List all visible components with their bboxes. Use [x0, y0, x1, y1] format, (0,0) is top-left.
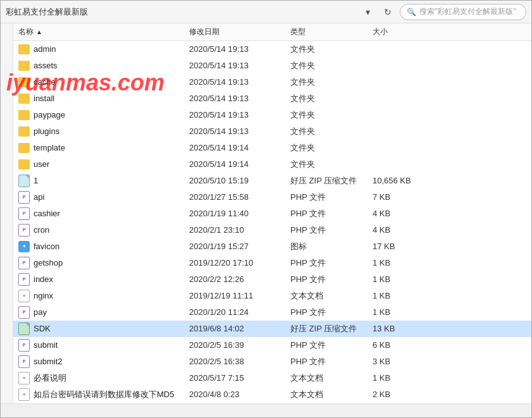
file-size: 4 KB — [373, 225, 436, 235]
file-name: install — [18, 94, 189, 104]
file-name: P cron — [18, 224, 189, 237]
col-size-header[interactable]: 大小 — [373, 27, 436, 37]
file-type: PHP 文件 — [290, 192, 373, 203]
table-row[interactable]: ≡ 必看说明 2020/5/17 7:15 文本文档 1 KB — [13, 370, 531, 386]
file-size: 3 KB — [373, 357, 436, 366]
table-row[interactable]: template 2020/5/14 19:14 文件夹 — [13, 140, 531, 156]
folder-icon — [18, 110, 30, 120]
file-date: 2020/1/19 11:40 — [189, 209, 290, 218]
table-row[interactable]: P api 2020/1/27 15:58 PHP 文件 7 KB — [13, 189, 531, 206]
table-row[interactable]: P pay 2020/1/20 11:24 PHP 文件 1 KB — [13, 304, 531, 321]
file-type: PHP 文件 — [290, 307, 373, 318]
file-type: 好压 ZIP 压缩文件 — [290, 323, 373, 335]
title-bar: 彩虹易支付全解最新版 ▾ ↻ 🔍 搜索"彩虹易支付全解最新版" — [1, 1, 531, 23]
file-date: 2020/5/14 19:13 — [189, 77, 290, 87]
window: 彩虹易支付全解最新版 ▾ ↻ 🔍 搜索"彩虹易支付全解最新版" 名称 ▲ 修改日… — [0, 0, 532, 418]
file-name: P api — [18, 191, 189, 204]
file-name: P pay — [18, 306, 189, 319]
file-name: P cashier — [18, 207, 189, 220]
file-name: ≡ 如后台密码错误请到数据库修改下MD5 — [18, 388, 189, 401]
file-size: 2 KB — [373, 390, 436, 399]
file-date: 2020/2/2 12:26 — [189, 274, 290, 284]
refresh-title-btn[interactable]: ↻ — [380, 4, 396, 20]
file-type: 文件夹 — [290, 109, 373, 121]
php-icon: P — [18, 191, 30, 204]
file-name: ≡ 必看说明 — [18, 372, 189, 384]
txt-icon: ≡ — [18, 290, 30, 302]
file-type: 文本文档 — [290, 290, 373, 302]
file-type: 文件夹 — [290, 126, 373, 137]
table-row[interactable]: P index 2020/2/2 12:26 PHP 文件 1 KB — [13, 271, 531, 288]
table-row[interactable]: SDK 2019/6/8 14:02 好压 ZIP 压缩文件 13 KB — [13, 321, 531, 337]
file-size: 6 KB — [373, 340, 436, 350]
file-type: 文本文档 — [290, 372, 373, 384]
dropdown-btn[interactable]: ▾ — [359, 4, 376, 20]
file-name: P submit — [18, 339, 189, 352]
sidebar — [1, 23, 13, 403]
table-row[interactable]: install 2020/5/14 19:13 文件夹 — [13, 90, 531, 107]
file-type: PHP 文件 — [290, 274, 373, 285]
file-date: 2020/1/20 11:24 — [189, 307, 290, 317]
file-date: 2019/12/20 17:10 — [189, 258, 290, 267]
file-size: 13 KB — [373, 324, 436, 333]
sort-icon: ▲ — [36, 28, 42, 35]
file-type: 文件夹 — [290, 142, 373, 154]
folder-icon — [18, 126, 30, 137]
search-box[interactable]: 🔍 搜索"彩虹易支付全解最新版" — [400, 4, 526, 20]
file-size: 1 KB — [373, 258, 436, 267]
file-name: P submit2 — [18, 355, 189, 368]
file-date: 2019/6/8 14:02 — [189, 324, 290, 333]
file-date: 2019/12/19 11:11 — [189, 291, 290, 300]
file-type: 图标 — [290, 241, 373, 252]
table-row[interactable]: ✦ favicon 2020/1/19 15:27 图标 17 KB — [13, 238, 531, 255]
file-size: 1 KB — [373, 307, 436, 317]
table-row[interactable]: 1 2020/5/10 15:19 好压 ZIP 压缩文件 10,656 KB — [13, 173, 531, 189]
ico-icon: ✦ — [18, 241, 30, 252]
file-name: user — [18, 159, 189, 169]
table-row[interactable]: ≡ 如后台密码错误请到数据库修改下MD5 2020/4/8 0:23 文本文档 … — [13, 386, 531, 403]
file-type: 文件夹 — [290, 159, 373, 170]
table-row[interactable]: cache 2020/5/14 19:13 文件夹 — [13, 74, 531, 90]
col-type-header[interactable]: 类型 — [290, 27, 373, 37]
col-date-header[interactable]: 修改日期 — [189, 27, 290, 37]
file-date: 2020/2/1 23:10 — [189, 225, 290, 235]
search-icon: 🔍 — [407, 8, 416, 16]
file-name: P index — [18, 273, 189, 286]
file-type: 文件夹 — [290, 93, 373, 104]
table-row[interactable]: plugins 2020/5/14 19:13 文件夹 — [13, 123, 531, 140]
zip-icon — [18, 175, 30, 187]
file-area[interactable]: 名称 ▲ 修改日期 类型 大小 admin 2020/5/14 19:13 — [13, 23, 531, 403]
file-type: 文件夹 — [290, 44, 373, 55]
file-size: 1 KB — [373, 274, 436, 284]
col-name-header[interactable]: 名称 ▲ — [18, 27, 189, 37]
file-type: PHP 文件 — [290, 224, 373, 236]
file-date: 2020/5/10 15:19 — [189, 176, 290, 185]
file-date: 2020/4/8 0:23 — [189, 390, 290, 399]
table-row[interactable]: user 2020/5/14 19:14 文件夹 — [13, 156, 531, 173]
table-row[interactable]: admin 2020/5/14 19:13 文件夹 — [13, 41, 531, 58]
file-date: 2020/5/14 19:13 — [189, 61, 290, 70]
file-type: 文本文档 — [290, 389, 373, 400]
file-size: 4 KB — [373, 209, 436, 218]
table-row[interactable]: assets 2020/5/14 19:13 文件夹 — [13, 58, 531, 74]
file-type: 文件夹 — [290, 60, 373, 71]
file-size: 17 KB — [373, 242, 436, 251]
folder-icon — [18, 159, 30, 169]
table-row[interactable]: ≡ nginx 2019/12/19 11:11 文本文档 1 KB — [13, 288, 531, 304]
txt-icon: ≡ — [18, 388, 30, 401]
content-area: 名称 ▲ 修改日期 类型 大小 admin 2020/5/14 19:13 — [1, 23, 531, 403]
table-row[interactable]: P submit2 2020/2/5 16:38 PHP 文件 3 KB — [13, 353, 531, 370]
table-row[interactable]: paypage 2020/5/14 19:13 文件夹 — [13, 107, 531, 123]
file-type: PHP 文件 — [290, 340, 373, 351]
table-row[interactable]: P submit 2020/2/5 16:39 PHP 文件 6 KB — [13, 337, 531, 353]
folder-icon — [18, 77, 30, 87]
table-row[interactable]: P getshop 2019/12/20 17:10 PHP 文件 1 KB — [13, 255, 531, 271]
file-size: 1 KB — [373, 373, 436, 383]
file-name: admin — [18, 44, 189, 54]
table-row[interactable]: P cron 2020/2/1 23:10 PHP 文件 4 KB — [13, 222, 531, 238]
zip-color-icon — [18, 323, 30, 335]
table-row[interactable]: P cashier 2020/1/19 11:40 PHP 文件 4 KB — [13, 206, 531, 222]
folder-icon — [18, 94, 30, 104]
file-type: PHP 文件 — [290, 257, 373, 269]
file-name: assets — [18, 61, 189, 71]
